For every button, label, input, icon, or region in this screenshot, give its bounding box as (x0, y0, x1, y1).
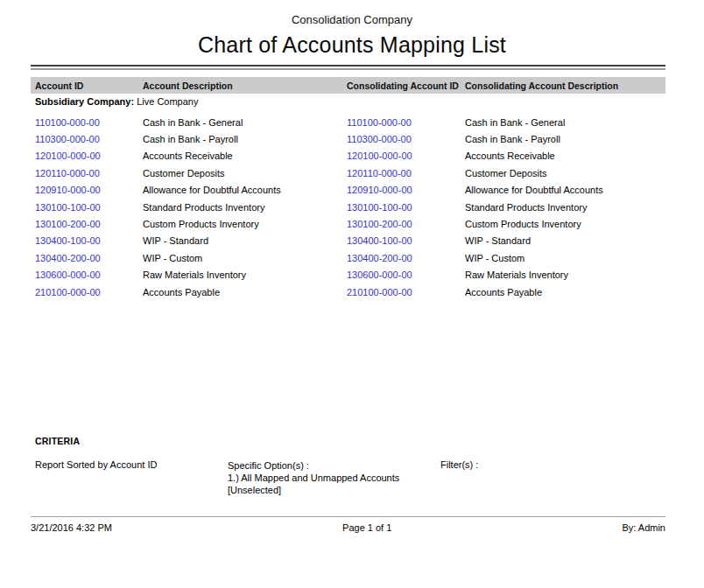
consolidating-account-id-link[interactable]: 130100-100-00 (342, 199, 461, 215)
account-description-cell: Accounts Payable (138, 284, 342, 300)
company-name: Consolidation Company (0, 13, 704, 26)
specific-options-block: Specific Option(s) : 1.) All Mapped and … (228, 459, 399, 496)
table-row: 130100-100-00Standard Products Inventory… (31, 199, 665, 215)
subsidiary-company-value: Live Company (137, 96, 198, 107)
account-id-link[interactable]: 130600-000-00 (31, 267, 138, 284)
account-description-cell: Standard Products Inventory (138, 199, 342, 215)
account-id-link[interactable]: 110100-000-00 (31, 114, 138, 130)
accounts-mapping-table: 110100-000-00Cash in Bank - General11010… (31, 114, 665, 300)
consolidating-account-description-cell: WIP - Standard (461, 233, 665, 249)
footer-user: By: Admin (622, 522, 665, 533)
consolidating-account-id-link[interactable]: 130100-200-00 (342, 215, 461, 232)
consolidating-account-description-cell: Accounts Receivable (461, 148, 665, 164)
table-row: 130400-100-00WIP - Standard130400-100-00… (31, 233, 665, 249)
consolidating-account-id-link[interactable]: 110100-000-00 (342, 114, 461, 130)
footer-divider (31, 516, 665, 517)
consolidating-account-id-link[interactable]: 120910-000-00 (342, 182, 461, 199)
consolidating-account-id-link[interactable]: 110300-000-00 (342, 130, 461, 147)
account-description-cell: Accounts Receivable (138, 148, 342, 164)
account-description-cell: Custom Products Inventory (138, 215, 342, 232)
account-id-link[interactable]: 130100-200-00 (31, 215, 138, 232)
report-sort-text: Report Sorted by Account ID (35, 459, 157, 470)
specific-options-label: Specific Option(s) : (228, 459, 399, 472)
consolidating-account-description-cell: Cash in Bank - Payroll (461, 130, 665, 147)
footer-page-number: Page 1 of 1 (342, 522, 391, 533)
consolidating-account-id-link[interactable]: 130600-000-00 (342, 267, 461, 284)
consolidating-account-description-cell: WIP - Custom (461, 249, 665, 266)
table-row: 130100-200-00Custom Products Inventory13… (31, 215, 665, 232)
filters-label: Filter(s) : (440, 459, 478, 470)
account-id-link[interactable]: 120910-000-00 (31, 182, 138, 199)
account-rows: 110100-000-00Cash in Bank - General11010… (31, 114, 665, 300)
account-description-cell: Allowance for Doubtful Accounts (138, 182, 342, 199)
subsidiary-company-row: Subsidiary Company: Live Company (35, 96, 198, 107)
title-divider (31, 65, 665, 70)
table-row: 120910-000-00Allowance for Doubtful Acco… (31, 182, 665, 199)
account-id-link[interactable]: 130100-100-00 (31, 199, 138, 215)
column-header-consolidating-account-description: Consolidating Account Description (461, 80, 665, 91)
specific-option-line: [Unselected] (228, 484, 399, 496)
consolidating-account-description-cell: Raw Materials Inventory (461, 267, 665, 284)
table-row: 110300-000-00Cash in Bank - Payroll11030… (31, 130, 665, 147)
table-row: 130600-000-00Raw Materials Inventory1306… (31, 267, 665, 284)
consolidating-account-id-link[interactable]: 120110-000-00 (342, 164, 461, 181)
report-page: Consolidation Company Chart of Accounts … (0, 0, 704, 588)
account-description-cell: Customer Deposits (138, 164, 342, 181)
table-row: 110100-000-00Cash in Bank - General11010… (31, 114, 665, 130)
consolidating-account-id-link[interactable]: 210100-000-00 (342, 284, 461, 300)
account-description-cell: Cash in Bank - Payroll (138, 130, 342, 147)
consolidating-account-description-cell: Custom Products Inventory (461, 215, 665, 232)
account-description-cell: WIP - Standard (138, 233, 342, 249)
account-id-link[interactable]: 120110-000-00 (31, 164, 138, 181)
account-id-link[interactable]: 110300-000-00 (31, 130, 138, 147)
subsidiary-company-label: Subsidiary Company: (35, 96, 134, 107)
page-title: Chart of Accounts Mapping List (0, 32, 704, 58)
criteria-heading: CRITERIA (35, 436, 80, 446)
column-header-consolidating-account-id: Consolidating Account ID (342, 80, 461, 91)
account-description-cell: Raw Materials Inventory (138, 267, 342, 284)
consolidating-account-id-link[interactable]: 120100-000-00 (342, 148, 461, 164)
consolidating-account-description-cell: Customer Deposits (461, 164, 665, 181)
table-row: 210100-000-00Accounts Payable210100-000-… (31, 284, 665, 300)
specific-option-line: 1.) All Mapped and Unmapped Accounts (228, 472, 399, 484)
consolidating-account-description-cell: Standard Products Inventory (461, 199, 665, 215)
account-id-link[interactable]: 130400-200-00 (31, 249, 138, 266)
account-description-cell: Cash in Bank - General (138, 114, 342, 130)
table-header-row: Account ID Account Description Consolida… (31, 77, 665, 94)
account-description-cell: WIP - Custom (138, 249, 342, 266)
account-id-link[interactable]: 120100-000-00 (31, 148, 138, 164)
footer-datetime: 3/21/2016 4:32 PM (31, 522, 112, 533)
table-row: 130400-200-00WIP - Custom130400-200-00WI… (31, 249, 665, 266)
table-row: 120110-000-00Customer Deposits120110-000… (31, 164, 665, 181)
consolidating-account-id-link[interactable]: 130400-100-00 (342, 233, 461, 249)
account-id-link[interactable]: 130400-100-00 (31, 233, 138, 249)
column-header-account-description: Account Description (138, 80, 342, 91)
consolidating-account-description-cell: Allowance for Doubtful Accounts (461, 182, 665, 199)
consolidating-account-description-cell: Accounts Payable (461, 284, 665, 300)
table-row: 120100-000-00Accounts Receivable120100-0… (31, 148, 665, 164)
report-footer: 3/21/2016 4:32 PM Page 1 of 1 By: Admin (31, 522, 665, 533)
column-header-account-id: Account ID (31, 80, 138, 91)
consolidating-account-id-link[interactable]: 130400-200-00 (342, 249, 461, 266)
account-id-link[interactable]: 210100-000-00 (31, 284, 138, 300)
consolidating-account-description-cell: Cash in Bank - General (461, 114, 665, 130)
